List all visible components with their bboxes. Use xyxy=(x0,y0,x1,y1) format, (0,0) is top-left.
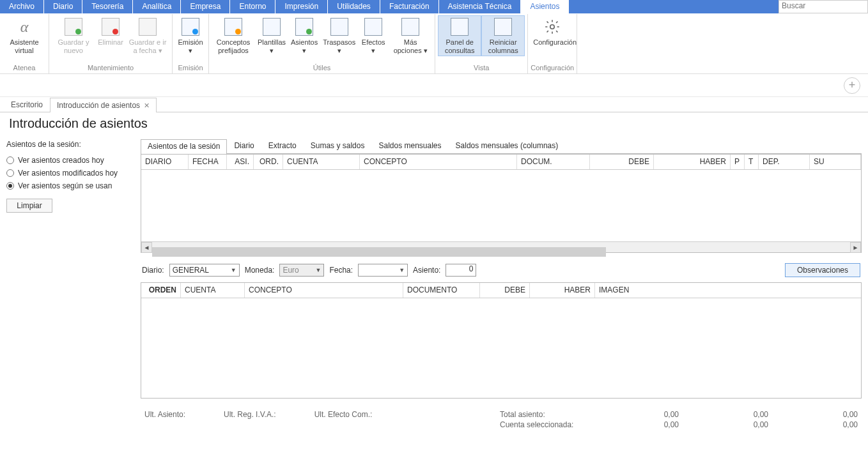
menu-asientos[interactable]: Asientos xyxy=(521,0,569,13)
cuenta-sel-label: Cuenta seleccionada: xyxy=(500,420,589,429)
ribbon-group-mantenimiento: Guardar y nuevo Eliminar Guardar e ir a … xyxy=(49,14,173,73)
grid-header: DIARIO FECHA ASI. ORD. CUENTA CONCEPTO D… xyxy=(141,155,861,170)
menu-analitica[interactable]: Analítica xyxy=(133,0,181,13)
doc-tab-escritorio[interactable]: Escritorio xyxy=(4,97,50,112)
menu-utilidades[interactable]: Utilidades xyxy=(328,0,380,13)
close-icon[interactable]: ✕ xyxy=(144,102,150,110)
panel-consultas-button[interactable]: Panel de consultas xyxy=(438,15,481,56)
col-debe2[interactable]: DEBE xyxy=(480,283,530,298)
total-val-1: 0,00 xyxy=(628,410,679,419)
ribbon-group-label: Atenea xyxy=(3,63,46,73)
main-body: Asientos de la sesión: Ver asientos crea… xyxy=(0,137,868,429)
col-debe[interactable]: DEBE xyxy=(590,155,654,169)
asientos-utiles-button[interactable]: Asientos▾ xyxy=(288,15,320,56)
reiniciar-columnas-button[interactable]: Reiniciar columnas xyxy=(481,15,525,56)
ribbon-group-label: Mantenimiento xyxy=(52,63,169,73)
menu-archivo[interactable]: Archivo xyxy=(0,0,44,13)
observaciones-button[interactable]: Observaciones xyxy=(785,263,860,277)
tab-saldos-mensuales-col[interactable]: Saldos mensuales (columnas) xyxy=(449,139,566,153)
efectos-button[interactable]: Efectos▾ xyxy=(358,15,389,56)
col-asi[interactable]: ASI. xyxy=(227,155,254,169)
col-imagen[interactable]: IMAGEN xyxy=(595,283,861,298)
grid-lineas: ORDEN CUENTA CONCEPTO DOCUMENTO DEBE HAB… xyxy=(141,282,862,399)
menu-empresa[interactable]: Empresa xyxy=(181,0,230,13)
grid-sesion: DIARIO FECHA ASI. ORD. CUENTA CONCEPTO D… xyxy=(141,154,862,253)
radio-segun-usan[interactable]: Ver asientos según se usan xyxy=(6,179,133,192)
asistente-virtual-button[interactable]: α Asistente virtual xyxy=(3,15,46,56)
radio-modificados-hoy[interactable]: Ver asientos modificados hoy xyxy=(6,167,133,179)
scroll-thumb[interactable] xyxy=(152,247,606,257)
h-scrollbar[interactable]: ◄ ► xyxy=(141,241,861,252)
add-button[interactable]: + xyxy=(844,77,860,94)
gear-icon xyxy=(542,17,562,37)
diario-combo[interactable]: GENERAL ▼ xyxy=(169,264,240,277)
traspasos-button[interactable]: Traspasos▾ xyxy=(320,15,358,56)
page-title: Introducción de asientos xyxy=(0,112,868,137)
asiento-label: Asiento: xyxy=(413,266,440,275)
col-ord[interactable]: ORD. xyxy=(254,155,283,169)
col-orden[interactable]: ORDEN xyxy=(141,283,181,298)
search-input[interactable] xyxy=(782,1,865,10)
doc-tab-asientos[interactable]: Introducción de asientos ✕ xyxy=(50,98,157,112)
col-documento[interactable]: DOCUMENTO xyxy=(403,283,480,298)
templates-icon xyxy=(263,18,281,36)
menu-entorno[interactable]: Entorno xyxy=(230,0,275,13)
col-docum[interactable]: DOCUM. xyxy=(517,155,590,169)
ult-reg-iva-label: Ult. Reg. I.V.A.: xyxy=(224,410,276,429)
plantillas-button[interactable]: Plantillas▾ xyxy=(255,15,288,56)
tab-sumas-saldos[interactable]: Sumas y saldos xyxy=(304,139,372,153)
col-p[interactable]: P xyxy=(731,155,745,169)
grid-body[interactable] xyxy=(141,170,861,241)
col-fecha[interactable]: FECHA xyxy=(189,155,227,169)
tab-extracto[interactable]: Extracto xyxy=(261,139,304,153)
asientos-icon xyxy=(295,18,313,36)
fecha-combo[interactable]: ▼ xyxy=(358,264,408,277)
scroll-left-icon[interactable]: ◄ xyxy=(141,242,152,253)
col-cuenta2[interactable]: CUENTA xyxy=(181,283,245,298)
emision-button[interactable]: Emisión▾ xyxy=(175,15,206,56)
right-panel: Asientos de la sesión Diario Extracto Su… xyxy=(139,137,868,429)
col-haber2[interactable]: HABER xyxy=(530,283,595,298)
mas-opciones-button[interactable]: Más opciones ▾ xyxy=(389,15,432,56)
menubar: Archivo Diario Tesorería Analítica Empre… xyxy=(0,0,868,14)
radio-creados-hoy[interactable]: Ver asientos creados hoy xyxy=(6,154,133,167)
ribbon-group-utiles: Conceptos prefijados Plantillas▾ Asiento… xyxy=(209,14,435,73)
guardar-nuevo-button[interactable]: Guardar y nuevo xyxy=(52,15,95,56)
moneda-combo[interactable]: Euro ▼ xyxy=(279,264,324,277)
ribbon-group-label: Emisión xyxy=(175,63,206,73)
guardar-fecha-button[interactable]: Guardar e ir a fecha ▾ xyxy=(126,15,169,56)
conceptos-button[interactable]: Conceptos prefijados xyxy=(212,15,255,56)
limpiar-button[interactable]: Limpiar xyxy=(6,199,52,213)
eliminar-button[interactable]: Eliminar xyxy=(95,15,126,48)
menu-tesoreria[interactable]: Tesorería xyxy=(82,0,133,13)
configuracion-button[interactable]: Configuración xyxy=(531,15,574,48)
col-dep[interactable]: DEP. xyxy=(759,155,810,169)
col-concepto[interactable]: CONCEPTO xyxy=(360,155,517,169)
menu-diario[interactable]: Diario xyxy=(44,0,82,13)
col-concepto2[interactable]: CONCEPTO xyxy=(245,283,403,298)
menu-facturacion[interactable]: Facturación xyxy=(380,0,439,13)
col-haber[interactable]: HABER xyxy=(654,155,731,169)
search-box[interactable] xyxy=(779,0,868,13)
tab-saldos-mensuales[interactable]: Saldos mensuales xyxy=(371,139,448,153)
col-t[interactable]: T xyxy=(745,155,759,169)
col-diario[interactable]: DIARIO xyxy=(141,155,189,169)
total-asiento-label: Total asiento: xyxy=(500,410,589,419)
col-su[interactable]: SU xyxy=(810,155,861,169)
menu-asistencia[interactable]: Asistencia Técnica xyxy=(439,0,522,13)
col-cuenta[interactable]: CUENTA xyxy=(283,155,360,169)
chevron-down-icon: ▼ xyxy=(315,267,321,273)
ribbon-group-label: Útiles xyxy=(212,63,432,73)
grid2-body[interactable] xyxy=(141,298,861,398)
menu-impresion[interactable]: Impresión xyxy=(275,0,328,13)
ribbon-group-atenea: α Asistente virtual Atenea xyxy=(0,14,49,73)
scroll-right-icon[interactable]: ► xyxy=(850,242,861,253)
tab-asientos-sesion[interactable]: Asientos de la sesión xyxy=(141,139,227,154)
asiento-input[interactable]: 0 xyxy=(446,264,476,277)
entry-form-row: Diario: GENERAL ▼ Moneda: Euro ▼ Fecha: … xyxy=(139,253,863,282)
ribbon-group-configuracion: Configuración Configuración xyxy=(528,14,577,73)
ribbon-group-label: Configuración xyxy=(531,63,574,73)
total-val-3: 0,00 xyxy=(807,410,858,419)
tab-diario[interactable]: Diario xyxy=(227,139,261,153)
left-panel: Asientos de la sesión: Ver asientos crea… xyxy=(0,137,139,429)
